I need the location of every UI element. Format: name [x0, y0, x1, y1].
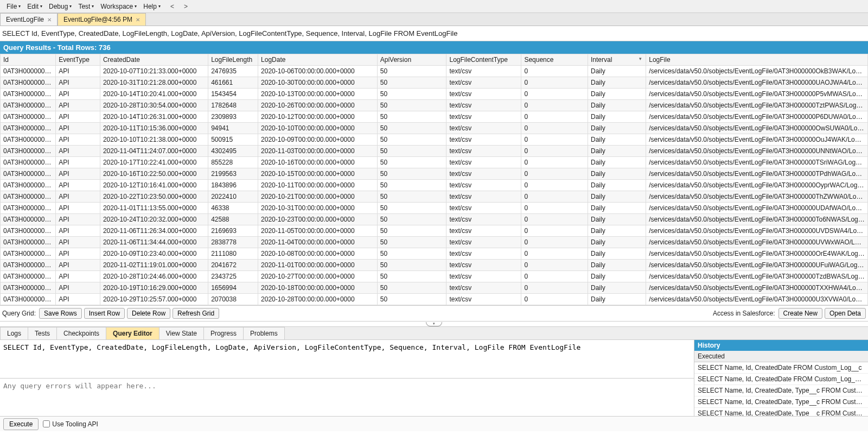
chevron-down-icon[interactable]: ▾ [426, 322, 442, 326]
cell-logdate[interactable]: 2020-10-18T00:00:00.000+0000 [258, 282, 378, 294]
cell-sequence[interactable]: 0 [521, 237, 588, 248]
bottom-tab-view-state[interactable]: View State [159, 327, 204, 339]
cell-id[interactable]: 0AT3H000000Ou... [1, 134, 56, 146]
cell-logfilecontenttype[interactable]: text/csv [446, 282, 521, 294]
cell-eventtype[interactable]: API [56, 134, 100, 146]
cell-eventtype[interactable]: API [56, 225, 100, 237]
cell-createddate[interactable]: 2020-10-14T10:26:31.000+0000 [100, 111, 208, 123]
cell-eventtype[interactable]: API [56, 294, 100, 305]
cell-logfilecontenttype[interactable]: text/csv [446, 89, 521, 100]
cell-sequence[interactable]: 0 [521, 260, 588, 271]
cell-sequence[interactable]: 0 [521, 77, 588, 89]
cell-createddate[interactable]: 2020-10-17T10:22:41.000+0000 [100, 157, 208, 168]
cell-eventtype[interactable]: API [56, 203, 100, 214]
cell-apiversion[interactable]: 50 [377, 134, 446, 146]
history-item[interactable]: SELECT Name, Id, CreatedDate, Type__c FR… [694, 408, 868, 416]
cell-logfilecontenttype[interactable]: text/csv [446, 203, 521, 214]
cell-logfile[interactable]: /services/data/v50.0/sobjects/EventLogFi… [646, 225, 868, 237]
cell-eventtype[interactable]: API [56, 248, 100, 260]
cell-logfilecontenttype[interactable]: text/csv [446, 260, 521, 271]
cell-sequence[interactable]: 0 [521, 191, 588, 203]
cell-eventtype[interactable]: API [56, 214, 100, 225]
cell-eventtype[interactable]: API [56, 157, 100, 168]
column-header-interval[interactable]: Interval▾ [588, 54, 646, 66]
table-row[interactable]: 0AT3H000000Oy...API2020-10-12T10:16:41.0… [1, 180, 868, 191]
execute-button[interactable]: Execute [3, 418, 39, 430]
soql-input[interactable] [0, 340, 694, 379]
table-row[interactable]: 0AT3H000000To6...API2020-10-24T10:20:32.… [1, 214, 868, 225]
history-item[interactable]: SELECT Name, Id, CreatedDate, Type__c FR… [694, 396, 868, 408]
cell-logdate[interactable]: 2020-10-28T00:00:00.000+0000 [258, 294, 378, 305]
cell-interval[interactable]: Daily [588, 146, 646, 157]
history-item[interactable]: SELECT Name, Id, CreatedDate FROM Custom… [694, 362, 868, 374]
cell-id[interactable]: 0AT3H000000Or... [1, 248, 56, 260]
cell-sequence[interactable]: 0 [521, 89, 588, 100]
cell-logfilelength[interactable]: 1843896 [208, 180, 258, 191]
menu-debug[interactable]: Debug▾ [46, 2, 75, 11]
cell-apiversion[interactable]: 50 [377, 123, 446, 134]
cell-interval[interactable]: Daily [588, 111, 646, 123]
cell-logfile[interactable]: /services/data/v50.0/sobjects/EventLogFi… [646, 294, 868, 305]
cell-createddate[interactable]: 2020-10-28T10:24:46.000+0000 [100, 271, 208, 282]
cell-id[interactable]: 0AT3H000000P6... [1, 111, 56, 123]
cell-logfilelength[interactable]: 4302495 [208, 146, 258, 157]
cell-createddate[interactable]: 2020-10-16T10:22:50.000+0000 [100, 168, 208, 180]
cell-logdate[interactable]: 2020-10-15T00:00:00.000+0000 [258, 168, 378, 180]
delete-row-button[interactable]: Delete Row [127, 308, 170, 319]
cell-interval[interactable]: Daily [588, 168, 646, 180]
cell-sequence[interactable]: 0 [521, 248, 588, 260]
menu-file[interactable]: File▾ [3, 2, 24, 11]
cell-apiversion[interactable]: 50 [377, 146, 446, 157]
cell-interval[interactable]: Daily [588, 203, 646, 214]
bottom-tab-tests[interactable]: Tests [28, 327, 57, 339]
cell-logdate[interactable]: 2020-10-27T00:00:00.000+0000 [258, 271, 378, 282]
cell-apiversion[interactable]: 50 [377, 180, 446, 191]
cell-interval[interactable]: Daily [588, 89, 646, 100]
bottom-tab-progress[interactable]: Progress [203, 327, 244, 339]
bottom-tab-query-editor[interactable]: Query Editor [106, 327, 159, 339]
cell-interval[interactable]: Daily [588, 180, 646, 191]
cell-interval[interactable]: Daily [588, 157, 646, 168]
bottom-tab-checkpoints[interactable]: Checkpoints [56, 327, 106, 339]
cell-logfilecontenttype[interactable]: text/csv [446, 214, 521, 225]
cell-logfilelength[interactable]: 461661 [208, 77, 258, 89]
results-grid[interactable]: IdEventTypeCreatedDateLogFileLengthLogDa… [0, 54, 868, 306]
cell-logfilelength[interactable]: 1543454 [208, 89, 258, 100]
cell-logdate[interactable]: 2020-10-06T00:00:00.000+0000 [258, 66, 378, 77]
insert-row-button[interactable]: Insert Row [84, 308, 125, 319]
menu-workspace[interactable]: Workspace▾ [97, 2, 140, 11]
table-row[interactable]: 0AT3H000000Th...API2020-10-22T10:23:50.0… [1, 191, 868, 203]
panel-collapse-handle[interactable]: ▾ [0, 322, 868, 327]
cell-createddate[interactable]: 2020-10-29T10:25:57.000+0000 [100, 294, 208, 305]
cell-logfile[interactable]: /services/data/v50.0/sobjects/EventLogFi… [646, 237, 868, 248]
cell-interval[interactable]: Daily [588, 77, 646, 89]
cell-logfilecontenttype[interactable]: text/csv [446, 100, 521, 111]
cell-id[interactable]: 0AT3H000000Oy... [1, 180, 56, 191]
table-row[interactable]: 0AT3H000000UV...API2020-11-06T11:34:44.0… [1, 237, 868, 248]
bottom-tab-problems[interactable]: Problems [243, 327, 285, 339]
cell-id[interactable]: 0AT3H000000TP... [1, 168, 56, 180]
cell-createddate[interactable]: 2020-10-28T10:30:54.000+0000 [100, 100, 208, 111]
cell-logfile[interactable]: /services/data/v50.0/sobjects/EventLogFi… [646, 260, 868, 271]
cell-logfile[interactable]: /services/data/v50.0/sobjects/EventLogFi… [646, 214, 868, 225]
table-row[interactable]: 0AT3H000000UF...API2020-11-02T11:19:01.0… [1, 260, 868, 271]
cell-sequence[interactable]: 0 [521, 157, 588, 168]
cell-eventtype[interactable]: API [56, 271, 100, 282]
cell-id[interactable]: 0AT3H000000TX... [1, 282, 56, 294]
cell-apiversion[interactable]: 50 [377, 214, 446, 225]
cell-apiversion[interactable]: 50 [377, 260, 446, 271]
cell-logfilelength[interactable]: 2476935 [208, 66, 258, 77]
cell-interval[interactable]: Daily [588, 260, 646, 271]
cell-interval[interactable]: Daily [588, 214, 646, 225]
tab-eventlogfile[interactable]: EventLogFile✕ [0, 13, 58, 26]
cell-logdate[interactable]: 2020-10-21T00:00:00.000+0000 [258, 191, 378, 203]
cell-createddate[interactable]: 2020-10-10T10:21:38.000+0000 [100, 134, 208, 146]
cell-logfile[interactable]: /services/data/v50.0/sobjects/EventLogFi… [646, 123, 868, 134]
cell-eventtype[interactable]: API [56, 146, 100, 157]
column-header-eventtype[interactable]: EventType [56, 54, 100, 66]
table-row[interactable]: 0AT3H000000TX...API2020-10-19T10:16:29.0… [1, 282, 868, 294]
nav-forward-icon[interactable]: > [181, 3, 191, 10]
cell-id[interactable]: 0AT3H000000Tzt... [1, 100, 56, 111]
cell-apiversion[interactable]: 50 [377, 111, 446, 123]
cell-logfilelength[interactable]: 1782648 [208, 100, 258, 111]
